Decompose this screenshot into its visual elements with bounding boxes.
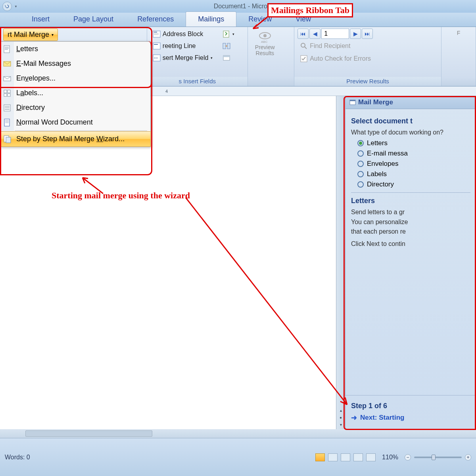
finish-merge-button[interactable]: F <box>445 29 472 38</box>
menu-item-labels[interactable]: Labels... <box>0 86 150 100</box>
window-title: Document1 - Microsoft W <box>25 3 474 10</box>
menu-item-normal-document[interactable]: Normal Word Document <box>0 115 150 130</box>
svg-rect-26 <box>4 94 7 96</box>
menu-item-wizard[interactable]: Step by Step Mail Merge Wizard... <box>0 131 151 147</box>
match-fields-icon <box>222 42 231 50</box>
svg-rect-4 <box>153 43 160 49</box>
radio-envelopes[interactable]: Envelopes <box>357 160 470 168</box>
preview-results-button[interactable]: ABC Preview Results <box>251 29 279 58</box>
letters-icon <box>3 45 12 54</box>
zoom-in-button[interactable]: + <box>465 454 471 461</box>
start-mail-merge-button[interactable]: rt Mail Merge ▾ <box>3 29 58 41</box>
vertical-scrollbar[interactable]: ▴ ● ▾ <box>336 96 345 429</box>
svg-point-16 <box>301 43 305 47</box>
tab-references[interactable]: References <box>125 12 186 27</box>
radio-icon <box>357 181 364 188</box>
annotation-tab-label: Mailings Ribbon Tab <box>267 3 353 17</box>
qat-dropdown-icon[interactable]: ▼ <box>14 5 17 8</box>
update-labels-button[interactable] <box>220 52 236 63</box>
menu-item-letters[interactable]: Letters <box>0 42 150 56</box>
svg-rect-34 <box>5 121 9 122</box>
group-label-insert-fields: s Insert Fields <box>147 77 248 86</box>
radio-letters[interactable]: Letters <box>357 139 470 147</box>
last-record-button[interactable]: ⏭ <box>362 29 373 39</box>
menu-item-envelopes[interactable]: Envelopes... <box>0 71 150 86</box>
radio-email[interactable]: E-mail messa <box>357 150 470 157</box>
tab-page-layout[interactable]: Page Layout <box>61 12 125 27</box>
next-record-button[interactable]: ▶ <box>350 29 361 39</box>
next-step-link[interactable]: ➜ Next: Starting <box>351 413 470 422</box>
svg-rect-9 <box>223 43 226 49</box>
rules-icon <box>222 30 231 38</box>
outline-view-button[interactable] <box>353 453 363 461</box>
svg-text:ABC: ABC <box>261 40 268 44</box>
insert-merge-field-icon: «» <box>152 54 161 62</box>
svg-rect-29 <box>5 106 10 107</box>
undo-button[interactable] <box>2 2 12 11</box>
dropdown-arrow-icon: ▾ <box>52 33 54 37</box>
ribbon-tabs: Insert Page Layout References Mailings R… <box>0 13 476 27</box>
zoom-level[interactable]: 110% <box>382 454 398 461</box>
word-count[interactable]: Words: 0 <box>5 454 30 461</box>
menu-item-email[interactable]: E-Mail Messages <box>0 56 150 71</box>
scroll-up-icon[interactable]: ▴ <box>338 407 344 413</box>
svg-rect-30 <box>5 107 10 108</box>
task-pane-title: Mail Merge <box>345 96 476 109</box>
horizontal-scrollbar[interactable] <box>0 429 476 438</box>
auto-check-errors-button[interactable]: Auto Check for Errors <box>298 53 373 64</box>
first-record-button[interactable]: ⏮ <box>298 29 309 39</box>
group-label-preview-results: Preview Results <box>294 77 441 86</box>
svg-rect-2 <box>154 33 159 34</box>
update-labels-icon <box>222 54 231 62</box>
wizard-icon <box>3 135 12 144</box>
address-block-button[interactable]: Address Block <box>150 29 215 40</box>
svg-rect-20 <box>5 48 9 49</box>
svg-rect-35 <box>5 123 9 123</box>
menu-separator <box>15 131 147 131</box>
find-recipient-button[interactable]: Find Recipient <box>298 40 352 52</box>
tab-insert[interactable]: Insert <box>20 12 61 27</box>
svg-rect-31 <box>5 109 10 110</box>
svg-rect-12 <box>223 56 230 57</box>
rules-button[interactable]: ▾ <box>220 29 236 40</box>
match-fields-button[interactable] <box>220 40 236 52</box>
svg-text:«»: «» <box>154 56 158 60</box>
radio-labels[interactable]: Labels <box>357 170 470 178</box>
tab-mailings[interactable]: Mailings <box>186 12 236 27</box>
email-icon <box>3 60 12 68</box>
labels-icon <box>3 89 12 98</box>
web-layout-view-button[interactable] <box>341 453 350 461</box>
zoom-slider[interactable] <box>414 457 462 458</box>
menu-item-directory[interactable]: Directory <box>0 100 150 115</box>
svg-rect-25 <box>8 90 10 93</box>
radio-icon <box>357 171 364 177</box>
prev-record-button[interactable]: ◀ <box>309 29 321 39</box>
address-block-icon <box>152 30 161 38</box>
radio-directory[interactable]: Directory <box>357 180 470 188</box>
full-screen-view-button[interactable] <box>328 453 338 461</box>
draft-view-button[interactable] <box>366 453 376 461</box>
radio-icon <box>357 161 364 167</box>
mail-merge-task-pane: Mail Merge Select document t What type o… <box>345 96 476 429</box>
svg-rect-39 <box>350 100 355 101</box>
record-navigation: ⏮ ◀ ▶ ⏭ <box>298 29 373 39</box>
browse-object-icon[interactable]: ● <box>338 414 344 420</box>
insert-merge-field-button[interactable]: «» sert Merge Field ▾ <box>150 52 215 63</box>
task-pane-question: What type of docum working on? <box>351 129 470 137</box>
svg-rect-21 <box>5 49 8 50</box>
svg-rect-19 <box>5 47 9 48</box>
dropdown-arrow-icon: ▾ <box>211 56 213 60</box>
print-layout-view-button[interactable] <box>315 453 325 461</box>
radio-icon <box>357 150 364 157</box>
svg-rect-24 <box>4 90 7 93</box>
start-mail-merge-label: rt Mail Merge <box>8 31 49 39</box>
svg-rect-10 <box>227 43 230 49</box>
step-indicator: Step 1 of 6 <box>351 402 470 410</box>
record-number-input[interactable] <box>321 29 349 39</box>
next-arrow-icon: ➜ <box>351 413 357 422</box>
status-bar: Words: 0 110% − + <box>0 429 476 476</box>
greeting-line-button[interactable]: reeting Line <box>150 40 215 52</box>
scroll-down-icon[interactable]: ▾ <box>338 421 344 428</box>
zoom-out-button[interactable]: − <box>405 454 411 461</box>
svg-point-14 <box>263 34 267 37</box>
